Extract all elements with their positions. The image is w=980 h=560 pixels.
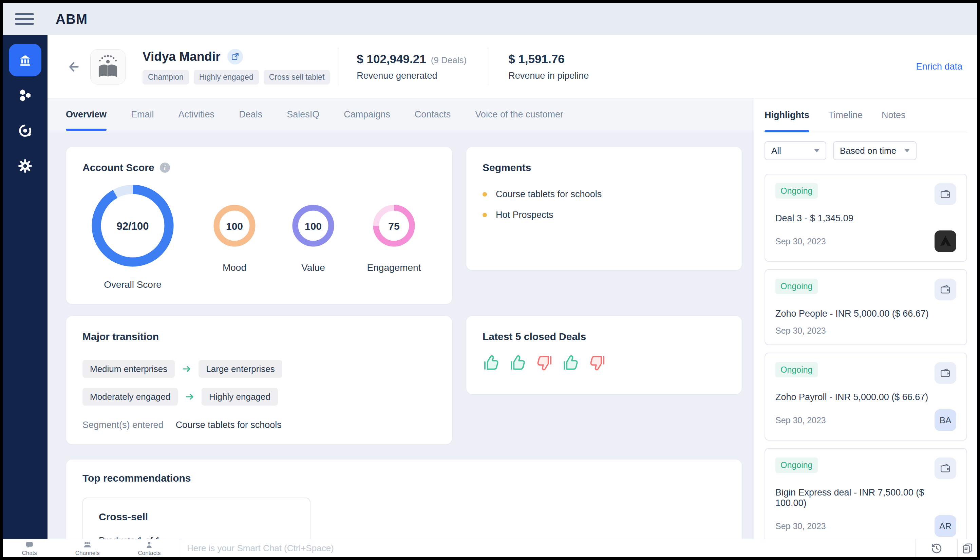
segments-entered-value: Course tablets for schools — [176, 420, 282, 430]
sidebar-item-accounts[interactable] — [9, 44, 42, 77]
sidebar-item-target[interactable] — [16, 122, 34, 140]
deal-date: Sep 30, 2023 — [775, 237, 826, 247]
deal-title: Bigin Express deal - INR 7,500.00 ($ 100… — [775, 487, 956, 508]
smart-chat-bar: Chats Channels Contacts — [3, 539, 977, 557]
tab-salesiq[interactable]: SalesIQ — [287, 98, 319, 131]
abm-app-window: ABM — [3, 3, 977, 557]
value-donut: 100 Value — [288, 182, 339, 273]
tab-overview[interactable]: Overview — [66, 98, 106, 131]
transition-to: Large enterprises — [198, 360, 282, 378]
overall-score-donut: 92/100 Overall Score — [88, 182, 177, 290]
channels-button[interactable]: Channels — [75, 540, 100, 557]
contacts-label: Contacts — [138, 550, 160, 557]
deal-title: Zoho Payroll - INR 5,000.00 ($ 66.67) — [775, 392, 956, 403]
people-group-icon — [83, 540, 92, 550]
deal-card[interactable]: Ongoing Zoho People - INR 5,000.00 ($ 66… — [765, 269, 967, 345]
tag-champion: Champion — [143, 70, 189, 85]
deal-card[interactable]: Ongoing Bigin Express deal - INR 7,500.0… — [765, 448, 967, 539]
hamburger-menu-icon[interactable] — [15, 13, 34, 25]
revenue-generated-label: Revenue generated — [357, 71, 467, 81]
chevron-down-icon — [904, 149, 910, 152]
segment-item[interactable]: Course tablets for schools — [483, 189, 725, 200]
tab-deals[interactable]: Deals — [239, 98, 262, 131]
major-transition-title: Major transition — [82, 331, 436, 342]
cross-sell-products-count: Products 1 of 1 — [99, 535, 294, 539]
tab-activities[interactable]: Activities — [178, 98, 215, 131]
app-title: ABM — [56, 12, 88, 27]
tab-voice-of-the-customer[interactable]: Voice of the customer — [475, 98, 563, 131]
account-score-title: Account Score — [82, 162, 155, 173]
back-arrow-icon[interactable] — [67, 59, 82, 74]
thumbs-up-icon — [562, 354, 580, 372]
status-badge: Ongoing — [775, 458, 818, 473]
revenue-generated-block: $ 102,949.21 (9 Deals) Revenue generated — [357, 52, 467, 81]
wallet-icon — [935, 278, 956, 300]
value-label: Value — [301, 262, 325, 273]
revenue-pipeline-block: $ 1,591.76 Revenue in pipeline — [508, 52, 589, 81]
account-score-card: Account Score i — [66, 147, 452, 304]
status-badge: Ongoing — [775, 362, 818, 377]
chat-bubble-icon — [25, 540, 34, 550]
mood-value: 100 — [213, 205, 256, 248]
chevron-down-icon — [814, 149, 820, 152]
history-button[interactable] — [916, 539, 957, 557]
thumbs-list — [483, 354, 725, 372]
tab-highlights[interactable]: Highlights — [765, 98, 809, 132]
bullet-icon — [483, 192, 487, 197]
transition-from: Medium enterprises — [82, 360, 175, 378]
deal-card[interactable]: Ongoing Deal 3 - $ 1,345.09 Sep 30, 2023 — [765, 174, 967, 262]
tab-contacts[interactable]: Contacts — [415, 98, 451, 131]
deal-date: Sep 30, 2023 — [775, 326, 826, 336]
arch-logo-icon — [938, 234, 953, 249]
recent-items-button[interactable] — [958, 539, 977, 557]
enrich-data-link[interactable]: Enrich data — [916, 62, 962, 72]
segment-item[interactable]: Hot Prospects — [483, 210, 725, 220]
deal-card[interactable]: Ongoing Zoho Payroll - INR 5,000.00 ($ 6… — [765, 353, 967, 440]
tab-campaigns[interactable]: Campaigns — [344, 98, 390, 131]
person-icon — [145, 540, 154, 550]
overview-content[interactable]: Account Score i — [48, 131, 754, 539]
sidebar-item-modules[interactable] — [16, 87, 34, 104]
top-bar: ABM — [3, 3, 977, 35]
highlights-filter-type[interactable]: All — [765, 141, 826, 160]
contacts-button[interactable]: Contacts — [138, 540, 160, 557]
open-external-icon[interactable] — [227, 49, 243, 65]
arrow-right-icon — [181, 364, 192, 374]
segments-card: Segments Course tablets for schools Hot … — [466, 147, 742, 270]
tab-notes[interactable]: Notes — [882, 98, 906, 132]
top-recommendations-card: Top recommendations Cross-sell Products … — [66, 460, 742, 539]
account-logo — [90, 49, 126, 85]
thumbs-down-icon — [588, 354, 606, 372]
latest-closed-deals-title: Latest 5 closed Deals — [483, 331, 725, 342]
thumbs-up-icon — [509, 354, 527, 372]
hexagons-icon — [17, 88, 33, 103]
target-icon — [17, 123, 33, 138]
tab-email[interactable]: Email — [131, 98, 154, 131]
bullet-icon — [483, 213, 487, 217]
smart-chat-input[interactable] — [187, 543, 915, 553]
value-value: 100 — [292, 205, 334, 248]
cross-sell-card[interactable]: Cross-sell Products 1 of 1 — [82, 498, 311, 539]
segments-title: Segments — [483, 162, 725, 173]
info-icon[interactable]: i — [160, 163, 170, 173]
sidebar-item-settings[interactable] — [16, 157, 34, 175]
wallet-icon — [935, 458, 956, 479]
revenue-pipeline-amount: $ 1,591.76 — [508, 52, 564, 66]
account-tab-bar: Overview Email Activities Deals SalesIQ … — [48, 98, 754, 131]
major-transition-card: Major transition Medium enterprises Larg… — [66, 316, 452, 444]
account-header: Vidya Mandir Champion Highly engaged Cro… — [48, 35, 977, 98]
highlights-card-list: Ongoing Deal 3 - $ 1,345.09 Sep 30, 2023 — [765, 174, 967, 539]
highlights-filter-sort[interactable]: Based on time — [833, 141, 917, 160]
status-badge: Ongoing — [775, 183, 818, 198]
account-name: Vidya Mandir — [143, 50, 221, 64]
tab-timeline[interactable]: Timeline — [828, 98, 863, 132]
chats-button[interactable]: Chats — [22, 540, 37, 557]
engagement-value: 75 — [373, 205, 415, 248]
latest-closed-deals-card: Latest 5 closed Deals — [466, 316, 742, 394]
transition-row: Moderately engaged Highly engaged — [82, 388, 436, 405]
stacked-cards-icon — [961, 542, 973, 555]
history-icon — [930, 542, 943, 555]
owner-initials-avatar: BA — [935, 409, 956, 431]
overall-score-label: Overall Score — [104, 279, 161, 290]
revenue-pipeline-label: Revenue in pipeline — [508, 71, 589, 81]
